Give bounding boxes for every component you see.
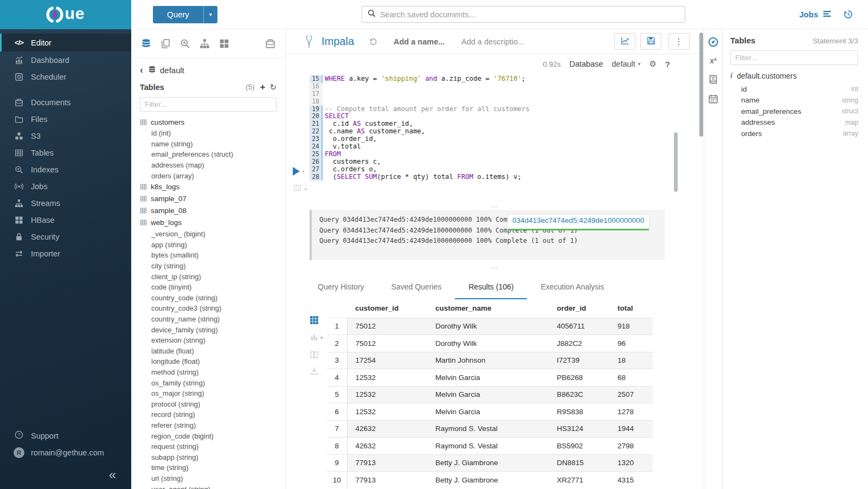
search-input[interactable] [380,10,679,19]
jobs-link[interactable]: Jobs [799,9,832,20]
right-filter-input[interactable] [730,50,858,65]
results-column-header[interactable]: order_id [549,299,609,318]
table-row[interactable]: 317254Martin JohnsonI72T3918 [327,352,653,369]
right-column-id[interactable]: idint [741,83,858,95]
run-options-caret-icon[interactable]: ▾ [302,169,305,174]
right-column-addresses[interactable]: addressesmap [741,117,858,128]
query-dropdown-caret[interactable]: ▾ [203,6,217,23]
query-description-input[interactable] [461,37,548,46]
tab-saved-queries[interactable]: Saved Queries [378,282,455,299]
table-item-sample_07[interactable]: sample_07 [140,193,277,205]
column-item[interactable]: referer (string) [140,420,277,431]
column-item[interactable]: email_preferences (struct) [140,149,277,160]
column-item[interactable]: country_name (string) [140,314,277,325]
code-line-25[interactable]: 25FROM [310,151,704,158]
sidebar-item-streams[interactable]: Streams [0,195,131,211]
doc-bag-icon[interactable] [265,38,275,49]
code-line-21[interactable]: 21 c.id AS customer_id, [310,120,704,128]
query-history-icon[interactable] [844,10,853,19]
sql-editor[interactable]: 15WHERE a.key = 'shipping' and a.zip_cod… [286,74,704,204]
column-item[interactable]: record (string) [140,409,277,420]
code-line-18[interactable]: 18 [310,98,704,106]
language-reference-icon[interactable] [708,74,718,85]
indexes-search-icon[interactable] [180,38,190,49]
columns-view-icon[interactable] [310,350,323,359]
chart-button[interactable] [614,33,635,50]
resize-grip-bottom[interactable]: ⋯ [286,266,704,271]
results-column-header[interactable]: customer_name [427,299,549,318]
tab-results-106-[interactable]: Results (106) [455,282,527,299]
back-chevron-icon[interactable]: ‹ [140,65,143,76]
schedule-icon[interactable] [708,94,718,104]
code-line-17[interactable]: 17 [310,91,704,98]
right-column-email_preferences[interactable]: email_preferencesstruct [741,106,858,117]
sidebar-item-support[interactable]: ? Support [0,427,131,444]
query-button[interactable]: Query [153,6,203,23]
explain-button[interactable]: ▾ [293,184,307,194]
table-filter-input[interactable] [140,97,277,112]
query-name-input[interactable] [394,37,461,46]
column-item[interactable]: os_major (string) [140,388,277,399]
hbase-grid-icon[interactable] [219,38,229,49]
sitemap-icon[interactable] [200,38,210,49]
column-item[interactable]: subapp (string) [140,452,277,462]
sidebar-item-jobs[interactable]: Jobs [0,178,131,195]
table-row[interactable]: 742632Raymond S. VestalHS31241944 [327,420,653,437]
column-item[interactable]: user_agent (string) [140,484,277,489]
table-row[interactable]: 275012Dorothy WilkJ882C296 [327,335,653,352]
settings-gear-icon[interactable]: ⚙ [649,59,656,69]
sidebar-item-user[interactable]: R romain@gethue.com [0,444,131,461]
download-icon[interactable] [310,366,323,376]
undo-icon[interactable] [369,37,377,46]
code-line-27[interactable]: 27 c.orders o, [310,166,704,173]
code-line-26[interactable]: 26 customers c, [310,158,704,166]
table-row[interactable]: 412532Melvin GarciaPB626868 [327,369,653,387]
column-item[interactable]: request (string) [140,441,277,452]
code-line-15[interactable]: 15WHERE a.key = 'shipping' and a.zip_cod… [310,75,704,83]
column-item[interactable]: extension (string) [140,335,277,346]
collapse-sidebar-icon[interactable]: « [109,468,116,481]
tab-query-history[interactable]: Query History [304,282,378,299]
functions-icon[interactable]: x² [710,56,716,65]
column-item[interactable]: country_code3 (string) [140,303,277,314]
main-scrollbar[interactable] [699,33,703,137]
sidebar-item-scheduler[interactable]: Scheduler [0,68,131,85]
code-line-28[interactable]: 28 (SELECT SUM(price * qty) total FROM o… [310,173,704,181]
add-table-icon[interactable]: + [260,82,265,92]
documents-icon[interactable] [160,38,171,49]
code-line-23[interactable]: 23 o.order_id, [310,136,704,143]
resize-grip-top[interactable]: ⋯ [286,204,704,210]
column-item[interactable]: bytes (smallint) [140,250,277,261]
column-item[interactable]: id (int) [140,128,277,139]
code-line-16[interactable]: 16 [310,83,704,91]
info-icon[interactable]: i [730,72,732,80]
results-column-header[interactable]: total [609,299,653,318]
job-id-overlay[interactable]: 034d413ec7474ed5:4249de1000000000 [507,214,650,229]
sidebar-item-tables[interactable]: Tables [0,144,131,161]
active-table-row[interactable]: i default.customers [730,72,858,80]
table-item-k8s_logs[interactable]: k8s_logs [140,181,277,193]
table-row[interactable]: 1077913Betty J. GiambroneXR27714315 [327,472,653,489]
right-column-orders[interactable]: ordersarray [741,128,858,139]
hue-logo[interactable]: ue [0,0,131,29]
column-item[interactable]: city (string) [140,261,277,272]
table-row[interactable]: 612532Melvin GarciaR9S8381278 [327,403,653,421]
column-item[interactable]: longitude (float) [140,356,277,367]
results-column-header[interactable]: customer_id [347,299,427,318]
grid-view-icon[interactable] [310,316,323,325]
column-item[interactable]: region_code (bigint) [140,430,277,441]
assist-compass-icon[interactable] [708,37,718,47]
help-icon[interactable]: ? [665,60,670,69]
table-row[interactable]: 977913Betty J. GiambroneDN88151320 [327,454,653,472]
sidebar-item-indexes[interactable]: Indexes [0,161,131,178]
table-item-sample_08[interactable]: sample_08 [140,205,277,217]
save-button[interactable] [640,33,661,50]
database-select[interactable]: default ▾ [612,60,640,68]
table-item-customers[interactable]: customers [140,116,277,128]
column-item[interactable]: _version_ (bigint) [140,229,277,240]
job-id[interactable]: 034d413ec7474ed5:4249de1000000000 [508,215,649,224]
sidebar-item-s3[interactable]: S3 [0,127,131,144]
right-column-name[interactable]: namestring [741,95,858,106]
column-item[interactable]: orders (array) [140,170,277,181]
column-item[interactable]: device_family (string) [140,324,277,335]
